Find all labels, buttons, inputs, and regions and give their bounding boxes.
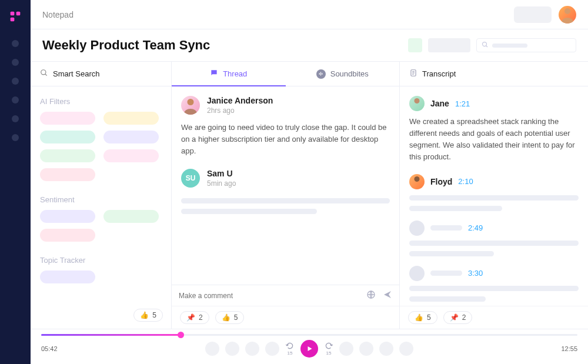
thread-message: SU Sam U 5min ago [181,169,390,188]
transcript-header: Transcript [400,62,588,86]
rail-item[interactable] [12,59,19,66]
avatar [409,266,425,281]
total-time: 12:55 [561,345,577,352]
header-action-placeholder[interactable] [408,38,422,52]
message-author: Sam U [207,169,390,178]
forward-amount: 15 [326,350,332,356]
avatar [181,96,200,115]
header-search[interactable] [476,38,576,52]
rail-item[interactable] [12,96,19,103]
like-count: 5 [427,313,431,322]
speaker-name-placeholder [430,271,462,276]
rail-item[interactable] [12,78,19,85]
rail-item[interactable] [12,134,19,141]
message-author: Janice Anderson [207,96,390,105]
player-placeholder[interactable] [265,342,279,356]
tab-thread[interactable]: Thread [172,62,286,86]
progress-knob[interactable] [178,332,184,338]
ai-filters-grid [40,112,162,181]
transcript-label: Transcript [422,69,456,78]
ai-filters-label: AI Filters [40,97,162,106]
search-placeholder-bar [492,44,527,48]
rail-item[interactable] [12,115,19,122]
filter-pill[interactable] [40,149,95,162]
pin-reaction[interactable]: 📌 2 [180,311,209,324]
filter-pill[interactable] [40,112,95,125]
pin-count: 2 [462,313,466,322]
rail-item[interactable] [12,40,19,47]
filter-pill[interactable] [40,131,95,143]
filter-pill[interactable] [40,210,95,223]
svg-rect-2 [16,12,21,16]
message-time: 2hrs ago [207,106,390,115]
player-placeholder[interactable] [225,342,239,356]
speaker-name-placeholder [430,225,462,231]
user-avatar[interactable] [559,6,576,24]
transcript-entry: Floyd 2:10 [409,174,579,211]
transcript-entry: 2:49 [409,221,579,256]
svg-line-6 [45,74,47,76]
avatar [409,174,425,189]
filter-pill[interactable] [103,131,159,143]
timestamp[interactable]: 2:10 [458,177,473,186]
thread-body: Janice Anderson 2hrs ago We are going to… [172,86,399,285]
filter-pill[interactable] [40,229,95,242]
tab-thread-label: Thread [223,69,247,78]
comment-input[interactable] [179,292,360,300]
page-header: Weekly Product Team Sync [31,29,588,62]
player-placeholder[interactable] [245,342,259,356]
like-reaction[interactable]: 👍 5 [133,309,163,322]
player-placeholder[interactable] [359,342,373,356]
page-title: Weekly Product Team Sync [42,38,210,53]
forward-button[interactable]: 15 [324,342,333,356]
like-count: 5 [234,313,238,322]
transcript-reactions: 👍 5 📌 2 [400,306,588,329]
pin-icon: 📌 [186,313,195,322]
smart-search-column: Smart Search AI Filters Sentiment [31,62,172,329]
filter-pill[interactable] [40,271,95,283]
player-placeholder[interactable] [339,342,353,356]
globe-icon[interactable] [366,290,376,301]
filter-pill[interactable] [103,112,159,125]
svg-line-4 [486,46,488,48]
message-loading [181,198,390,214]
player-placeholder[interactable] [399,342,413,356]
header-action-placeholder[interactable] [428,38,470,52]
soundbites-icon [316,69,326,79]
player-placeholder[interactable] [379,342,393,356]
timestamp[interactable]: 2:49 [468,223,483,232]
timestamp[interactable]: 1:21 [455,99,470,108]
transcript-entry: 3:30 [409,266,579,302]
play-button[interactable] [300,340,318,358]
send-icon[interactable] [383,290,392,301]
timestamp[interactable]: 3:30 [468,269,483,278]
sentiment-label: Sentiment [40,195,162,204]
avatar [409,221,425,236]
message-time: 5min ago [207,179,390,188]
filter-pill[interactable] [103,210,159,223]
like-reaction[interactable]: 👍 5 [408,311,437,324]
thread-message: Janice Anderson 2hrs ago [181,96,390,115]
search-icon [482,40,489,51]
smart-search-header: Smart Search [31,62,171,86]
sentiment-grid [40,210,162,242]
filter-pill[interactable] [103,149,159,162]
tab-soundbites-label: Soundbites [330,69,369,78]
rewind-amount: 15 [288,350,293,356]
avatar: SU [181,169,200,188]
speaker-name: Floyd [430,177,452,186]
thread-tabs: Thread Soundbites [172,62,399,86]
smart-search-label: Smart Search [53,69,99,78]
tab-soundbites[interactable]: Soundbites [286,62,400,86]
current-time: 05:42 [41,345,58,352]
pin-reaction[interactable]: 📌 2 [443,311,473,324]
rewind-button[interactable]: 15 [285,342,295,356]
filter-pill[interactable] [40,168,95,181]
svg-point-5 [41,70,46,75]
like-reaction[interactable]: 👍 5 [215,311,245,324]
player-placeholder[interactable] [205,342,219,356]
progress-track[interactable] [41,334,577,336]
transcript-body: Jane 1:21 We created a spreadsheet stack… [400,86,588,306]
app-logo[interactable] [9,11,21,22]
topbar-button-placeholder[interactable] [514,6,552,23]
